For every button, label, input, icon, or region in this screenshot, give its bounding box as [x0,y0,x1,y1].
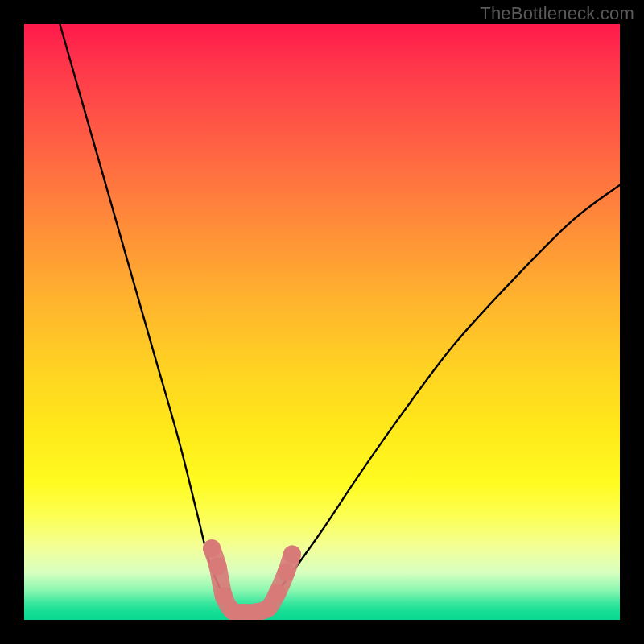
curve-layer [24,24,620,620]
marker-dot [269,584,287,602]
marker-dot [278,564,295,581]
watermark-text: TheBottleneck.com [480,3,634,24]
marker-dot [209,557,227,575]
chart-frame: TheBottleneck.com [0,0,644,644]
marker-dot [283,546,301,564]
marker-dot [215,587,233,605]
plot-area [24,24,620,620]
bottleneck-curve [60,24,620,615]
marker-dot [259,599,277,617]
optimal-band-markers [203,539,301,620]
marker-dot [203,539,221,557]
